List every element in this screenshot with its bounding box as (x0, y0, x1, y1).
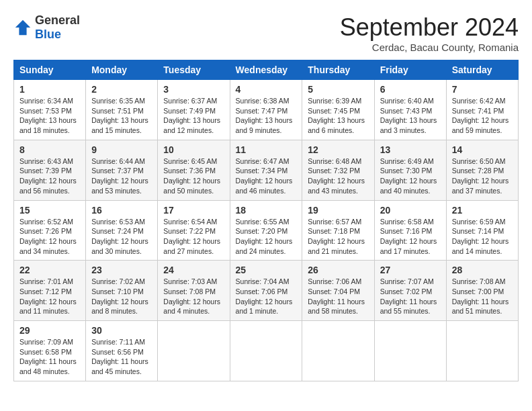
calendar-week-row: 8Sunrise: 6:43 AM Sunset: 7:39 PM Daylig… (14, 140, 519, 200)
day-info: Sunrise: 6:45 AM Sunset: 7:36 PM Dayligh… (163, 156, 224, 196)
day-number: 10 (163, 144, 224, 155)
day-info: Sunrise: 6:39 AM Sunset: 7:45 PM Dayligh… (308, 96, 368, 136)
day-number: 27 (380, 265, 441, 275)
day-number: 23 (91, 265, 152, 275)
column-header-tuesday: Tuesday (158, 60, 230, 80)
day-info: Sunrise: 6:40 AM Sunset: 7:43 PM Dayligh… (380, 96, 441, 136)
day-number: 25 (236, 265, 297, 275)
calendar-cell: 4Sunrise: 6:38 AM Sunset: 7:47 PM Daylig… (230, 80, 302, 140)
day-info: Sunrise: 6:58 AM Sunset: 7:16 PM Dayligh… (380, 217, 441, 257)
day-info: Sunrise: 7:06 AM Sunset: 7:04 PM Dayligh… (308, 277, 368, 316)
day-number: 8 (19, 144, 80, 155)
day-number: 3 (163, 84, 224, 95)
day-info: Sunrise: 7:11 AM Sunset: 6:56 PM Dayligh… (91, 337, 152, 377)
day-info: Sunrise: 7:08 AM Sunset: 7:00 PM Dayligh… (452, 277, 513, 316)
location-subtitle: Cerdac, Bacau County, Romania (340, 42, 519, 53)
calendar-cell: 26Sunrise: 7:06 AM Sunset: 7:04 PM Dayli… (302, 261, 374, 321)
calendar-cell: 16Sunrise: 6:53 AM Sunset: 7:24 PM Dayli… (86, 200, 158, 261)
day-number: 30 (91, 325, 152, 336)
calendar-cell: 3Sunrise: 6:37 AM Sunset: 7:49 PM Daylig… (158, 80, 230, 140)
day-number: 1 (19, 84, 80, 95)
calendar-cell: 11Sunrise: 6:47 AM Sunset: 7:34 PM Dayli… (230, 140, 302, 200)
day-info: Sunrise: 6:50 AM Sunset: 7:28 PM Dayligh… (452, 156, 513, 196)
day-info: Sunrise: 6:57 AM Sunset: 7:18 PM Dayligh… (308, 217, 368, 257)
day-info: Sunrise: 6:53 AM Sunset: 7:24 PM Dayligh… (91, 217, 152, 257)
day-number: 24 (163, 265, 224, 275)
column-header-friday: Friday (374, 60, 446, 80)
logo-icon (13, 18, 32, 37)
calendar-cell (302, 321, 374, 381)
day-info: Sunrise: 6:35 AM Sunset: 7:51 PM Dayligh… (91, 96, 152, 136)
calendar-cell: 6Sunrise: 6:40 AM Sunset: 7:43 PM Daylig… (374, 80, 446, 140)
day-number: 20 (380, 205, 441, 216)
day-number: 22 (19, 265, 80, 275)
column-header-wednesday: Wednesday (230, 60, 302, 80)
day-info: Sunrise: 6:47 AM Sunset: 7:34 PM Dayligh… (236, 156, 297, 196)
logo: General Blue (13, 13, 80, 42)
day-info: Sunrise: 6:37 AM Sunset: 7:49 PM Dayligh… (163, 96, 224, 136)
day-number: 7 (452, 84, 513, 95)
calendar-cell: 20Sunrise: 6:58 AM Sunset: 7:16 PM Dayli… (374, 200, 446, 261)
day-info: Sunrise: 7:09 AM Sunset: 6:58 PM Dayligh… (19, 337, 80, 377)
day-number: 28 (452, 265, 513, 275)
calendar-cell: 7Sunrise: 6:42 AM Sunset: 7:41 PM Daylig… (446, 80, 518, 140)
calendar-week-row: 1Sunrise: 6:34 AM Sunset: 7:53 PM Daylig… (14, 80, 519, 140)
calendar-cell: 2Sunrise: 6:35 AM Sunset: 7:51 PM Daylig… (86, 80, 158, 140)
calendar-cell: 14Sunrise: 6:50 AM Sunset: 7:28 PM Dayli… (446, 140, 518, 200)
day-number: 17 (163, 205, 224, 216)
calendar-cell (230, 321, 302, 381)
day-number: 18 (236, 205, 297, 216)
column-header-monday: Monday (86, 60, 158, 80)
day-number: 2 (91, 84, 152, 95)
day-number: 4 (236, 84, 297, 95)
calendar-cell: 1Sunrise: 6:34 AM Sunset: 7:53 PM Daylig… (14, 80, 86, 140)
column-header-saturday: Saturday (446, 60, 518, 80)
logo-blue: Blue (35, 28, 61, 41)
day-info: Sunrise: 7:04 AM Sunset: 7:06 PM Dayligh… (236, 277, 297, 316)
day-number: 9 (91, 144, 152, 155)
calendar-cell: 19Sunrise: 6:57 AM Sunset: 7:18 PM Dayli… (302, 200, 374, 261)
day-info: Sunrise: 6:44 AM Sunset: 7:37 PM Dayligh… (91, 156, 152, 196)
logo-general: General (35, 13, 80, 27)
calendar-header-row: SundayMondayTuesdayWednesdayThursdayFrid… (14, 60, 519, 80)
calendar-cell: 5Sunrise: 6:39 AM Sunset: 7:45 PM Daylig… (302, 80, 374, 140)
day-number: 14 (452, 144, 513, 155)
calendar-cell: 29Sunrise: 7:09 AM Sunset: 6:58 PM Dayli… (14, 321, 86, 381)
calendar-week-row: 29Sunrise: 7:09 AM Sunset: 6:58 PM Dayli… (14, 321, 519, 381)
svg-marker-0 (15, 20, 30, 35)
column-header-sunday: Sunday (14, 60, 86, 80)
calendar-cell: 28Sunrise: 7:08 AM Sunset: 7:00 PM Dayli… (446, 261, 518, 321)
day-info: Sunrise: 7:01 AM Sunset: 7:12 PM Dayligh… (19, 277, 80, 316)
day-number: 21 (452, 205, 513, 216)
day-number: 11 (236, 144, 297, 155)
day-info: Sunrise: 6:59 AM Sunset: 7:14 PM Dayligh… (452, 217, 513, 257)
day-info: Sunrise: 7:07 AM Sunset: 7:02 PM Dayligh… (380, 277, 441, 316)
calendar-cell: 24Sunrise: 7:03 AM Sunset: 7:08 PM Dayli… (158, 261, 230, 321)
calendar-week-row: 15Sunrise: 6:52 AM Sunset: 7:26 PM Dayli… (14, 200, 519, 261)
calendar-cell: 12Sunrise: 6:48 AM Sunset: 7:32 PM Dayli… (302, 140, 374, 200)
day-info: Sunrise: 6:52 AM Sunset: 7:26 PM Dayligh… (19, 217, 80, 257)
calendar-cell: 21Sunrise: 6:59 AM Sunset: 7:14 PM Dayli… (446, 200, 518, 261)
calendar-cell: 15Sunrise: 6:52 AM Sunset: 7:26 PM Dayli… (14, 200, 86, 261)
day-number: 12 (308, 144, 368, 155)
calendar-cell: 13Sunrise: 6:49 AM Sunset: 7:30 PM Dayli… (374, 140, 446, 200)
day-info: Sunrise: 7:03 AM Sunset: 7:08 PM Dayligh… (163, 277, 224, 316)
day-info: Sunrise: 6:49 AM Sunset: 7:30 PM Dayligh… (380, 156, 441, 196)
day-info: Sunrise: 7:02 AM Sunset: 7:10 PM Dayligh… (91, 277, 152, 316)
day-info: Sunrise: 6:42 AM Sunset: 7:41 PM Dayligh… (452, 96, 513, 136)
calendar-cell: 30Sunrise: 7:11 AM Sunset: 6:56 PM Dayli… (86, 321, 158, 381)
calendar-cell: 17Sunrise: 6:54 AM Sunset: 7:22 PM Dayli… (158, 200, 230, 261)
month-title: September 2024 (340, 13, 519, 42)
day-number: 26 (308, 265, 368, 275)
calendar-cell: 25Sunrise: 7:04 AM Sunset: 7:06 PM Dayli… (230, 261, 302, 321)
day-info: Sunrise: 6:55 AM Sunset: 7:20 PM Dayligh… (236, 217, 297, 257)
calendar-cell (374, 321, 446, 381)
day-info: Sunrise: 6:38 AM Sunset: 7:47 PM Dayligh… (236, 96, 297, 136)
calendar-cell (158, 321, 230, 381)
calendar-cell: 18Sunrise: 6:55 AM Sunset: 7:20 PM Dayli… (230, 200, 302, 261)
calendar-cell: 8Sunrise: 6:43 AM Sunset: 7:39 PM Daylig… (14, 140, 86, 200)
day-number: 15 (19, 205, 80, 216)
title-section: September 2024 Cerdac, Bacau County, Rom… (340, 13, 519, 53)
calendar-cell: 27Sunrise: 7:07 AM Sunset: 7:02 PM Dayli… (374, 261, 446, 321)
day-number: 13 (380, 144, 441, 155)
